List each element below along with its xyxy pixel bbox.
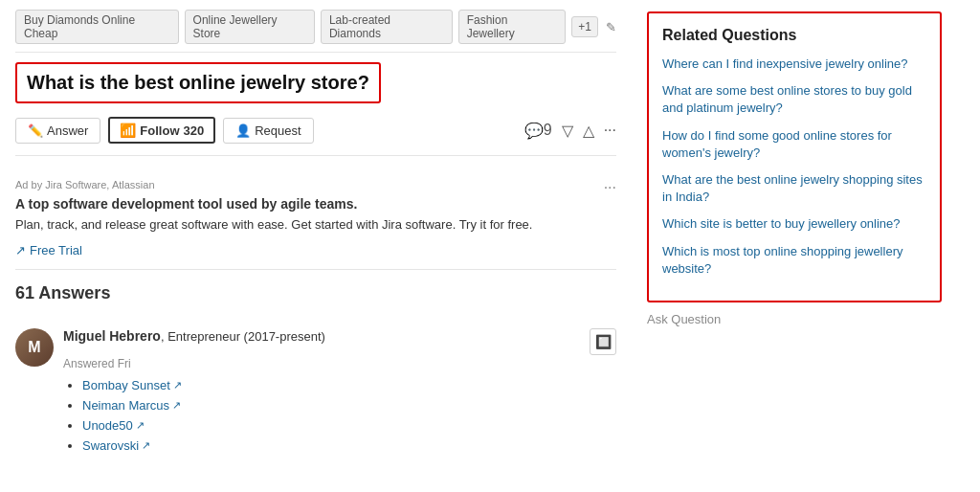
link-unode50[interactable]: Unode50 ↗: [82, 418, 145, 433]
list-item: Bombay Sunset ↗: [82, 378, 616, 392]
right-actions: 💬 9 ▽ △ ···: [524, 122, 616, 140]
request-label: Request: [255, 123, 301, 138]
ad-label: Ad by Jira Software, Atlassian: [15, 179, 616, 190]
action-bar: ✏️ Answer 📶 Follow 320 👤 Request 💬 9 ▽ △…: [15, 113, 616, 156]
answer-meta: Miguel Hebrero, Entrepreneur (2017-prese…: [63, 328, 616, 355]
external-link-icon: ↗: [173, 379, 182, 391]
answer-role: , Entrepreneur (2017-present): [161, 329, 325, 344]
question-title: What is the best online jewelry store?: [15, 62, 381, 103]
related-link-4[interactable]: What are the best online jewelry shoppin…: [662, 171, 926, 206]
request-button[interactable]: 👤 Request: [223, 118, 313, 144]
ad-title: A top software development tool used by …: [15, 196, 616, 212]
answer-button[interactable]: ✏️ Answer: [15, 118, 100, 144]
follow-button[interactable]: 📶 Follow 320: [108, 117, 215, 144]
more-actions-icon[interactable]: ···: [604, 122, 616, 139]
external-link-icon: ↗: [172, 399, 181, 412]
answers-count: 61 Answers: [15, 283, 616, 303]
answered-time: Answered Fri: [63, 357, 616, 370]
ask-question-link[interactable]: Ask Question: [647, 312, 942, 326]
link-swarovski[interactable]: Swarovski ↗: [82, 438, 150, 453]
ad-cta-link[interactable]: ↗ Free Trial: [15, 243, 82, 257]
answer-label: Answer: [47, 123, 88, 138]
related-link-1[interactable]: Where can I find inexpensive jewelry onl…: [662, 56, 926, 73]
edit-tags-icon[interactable]: ✎: [606, 20, 616, 34]
tags-bar: Buy Diamonds Online Cheap Online Jewelle…: [15, 0, 616, 53]
link-label: Neiman Marcus: [82, 398, 169, 413]
comment-icon[interactable]: 💬 9: [524, 122, 552, 140]
ad-body: Plan, track, and release great software …: [15, 215, 616, 235]
list-item: Swarovski ↗: [82, 438, 616, 453]
answer-author-line: Miguel Hebrero, Entrepreneur (2017-prese…: [63, 328, 325, 344]
link-bombay-sunset[interactable]: Bombay Sunset ↗: [82, 378, 182, 392]
link-label: Swarovski: [82, 438, 139, 453]
avatar: M: [15, 328, 54, 367]
tag-extra[interactable]: +1: [571, 16, 598, 37]
downvote-icon[interactable]: ▽: [562, 122, 573, 140]
external-link-icon: ↗: [136, 419, 145, 432]
answer-action-icon: 🔲: [595, 334, 612, 349]
ad-cta-label: Free Trial: [30, 243, 82, 257]
pencil-icon: ✏️: [28, 123, 43, 138]
answer-action-button[interactable]: 🔲: [590, 328, 616, 355]
tag-buy-diamonds[interactable]: Buy Diamonds Online Cheap: [15, 10, 179, 44]
link-label: Unode50: [82, 418, 133, 433]
external-link-icon: ↗: [15, 243, 26, 257]
link-neiman-marcus[interactable]: Neiman Marcus ↗: [82, 398, 181, 413]
ad-section: Ad by Jira Software, Atlassian ··· A top…: [15, 168, 616, 270]
related-link-3[interactable]: How do I find some good online stores fo…: [662, 127, 926, 162]
related-link-2[interactable]: What are some best online stores to buy …: [662, 82, 926, 117]
external-link-icon: ↗: [142, 439, 150, 452]
tag-fashion-jewellery[interactable]: Fashion Jewellery: [458, 10, 567, 44]
sidebar: Related Questions Where can I find inexp…: [632, 0, 957, 492]
answer-links-list: Bombay Sunset ↗ Neiman Marcus ↗ Unode50: [63, 378, 616, 453]
answer-item: M Miguel Hebrero, Entrepreneur (2017-pre…: [15, 317, 616, 458]
upvote-icon[interactable]: △: [583, 122, 594, 140]
related-link-5[interactable]: Which site is better to buy jewellery on…: [662, 215, 926, 233]
related-questions-box: Related Questions Where can I find inexp…: [647, 11, 942, 302]
follow-label: Follow: [140, 123, 179, 138]
list-item: Neiman Marcus ↗: [82, 398, 616, 413]
ad-more-icon[interactable]: ···: [604, 179, 616, 196]
list-item: Unode50 ↗: [82, 418, 616, 433]
person-icon: 👤: [235, 123, 251, 138]
answer-body: Miguel Hebrero, Entrepreneur (2017-prese…: [63, 328, 616, 458]
follow-count: 320: [184, 123, 205, 138]
link-label: Bombay Sunset: [82, 378, 170, 392]
tag-online-jewellery[interactable]: Online Jewellery Store: [185, 10, 315, 44]
tag-lab-diamonds[interactable]: Lab-created Diamonds: [321, 10, 453, 44]
comment-count: 9: [544, 122, 552, 139]
follow-icon: 📶: [120, 123, 136, 138]
answer-author: Miguel Hebrero: [63, 328, 161, 344]
related-link-6[interactable]: Which is most top online shopping jewell…: [662, 243, 926, 278]
related-questions-title: Related Questions: [662, 27, 926, 44]
